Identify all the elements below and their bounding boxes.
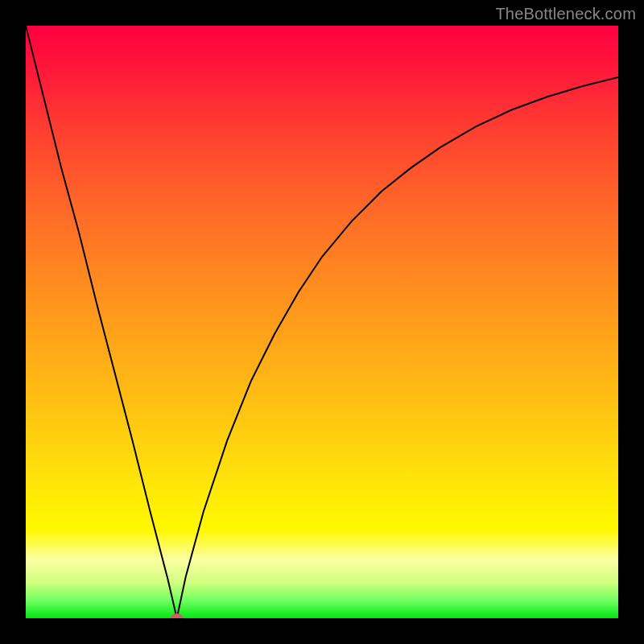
bottleneck-chart: TheBottleneck.com [0, 0, 644, 644]
watermark-text: TheBottleneck.com [495, 5, 636, 23]
optimal-point-marker [171, 613, 184, 618]
curve-path [26, 26, 618, 618]
plot-area [26, 26, 618, 618]
plot-svg [26, 26, 618, 618]
